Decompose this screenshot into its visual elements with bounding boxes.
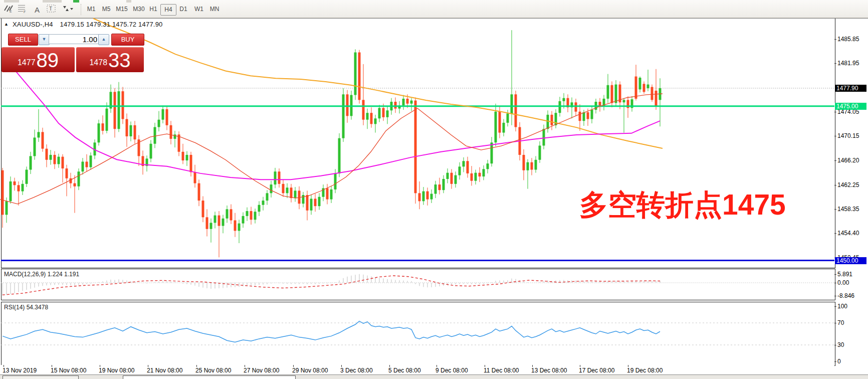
date-label: 25 Nov 08:00	[195, 367, 231, 374]
date-label: 13 Dec 08:00	[531, 367, 567, 374]
timeframe-button-d1[interactable]: D1	[176, 4, 190, 15]
candle-body	[451, 173, 453, 184]
svg-text:F: F	[24, 10, 26, 14]
macd-axis-label: 0.00	[837, 279, 849, 286]
candle-body	[210, 223, 212, 229]
buy-button[interactable]: BUY	[111, 34, 144, 46]
candle-body	[539, 145, 541, 159]
candle-body	[422, 192, 425, 202]
candle-body	[483, 169, 485, 176]
sell-price-big: 89	[37, 50, 59, 70]
candle-body	[258, 205, 261, 212]
rsi-chart[interactable]	[0, 302, 834, 365]
candle-body	[234, 220, 237, 231]
candle-body	[154, 127, 156, 144]
expert-candles-icon[interactable]: E	[3, 4, 15, 15]
candle-body	[58, 157, 60, 164]
timeframe-button-m1[interactable]: M1	[84, 4, 98, 15]
candle-body	[503, 123, 505, 133]
price-tick-label-tick	[834, 112, 836, 112]
candle-body	[430, 194, 433, 200]
macd-chart[interactable]	[0, 269, 834, 299]
candle-body	[34, 137, 36, 156]
candle-body	[635, 77, 637, 99]
cropped-toolbar-item	[43, 0, 62, 3]
text-box-icon[interactable]: T	[46, 4, 58, 15]
cropped-toolbar-item	[4, 0, 19, 3]
candle-body	[330, 189, 333, 200]
price-tick-label-tick	[834, 209, 836, 210]
price-tick-label: 1485.85	[837, 36, 859, 43]
candle-body	[531, 162, 533, 170]
candle-body	[655, 91, 658, 107]
candle-body	[366, 113, 369, 120]
candle-body	[182, 152, 184, 160]
date-label: 21 Nov 08:00	[147, 367, 182, 374]
date-label: 29 Nov 08:00	[292, 367, 328, 374]
date-label: 19 Dec 08:00	[627, 367, 663, 374]
candle-body	[354, 52, 357, 95]
rsi-axis-label: 100	[837, 303, 847, 310]
candle-body	[46, 149, 48, 160]
sell-button[interactable]: SELL	[8, 34, 38, 46]
price-tick-label-tick	[834, 233, 836, 234]
sell-price-panel[interactable]: 1477 89	[2, 47, 75, 72]
candle-body	[495, 112, 497, 143]
candle-body	[579, 112, 581, 121]
text-label-icon[interactable]: A	[32, 4, 43, 15]
candle-body	[230, 209, 233, 220]
arrange-arrows-icon[interactable]	[61, 4, 76, 15]
timeframe-button-m15[interactable]: M15	[114, 4, 130, 15]
date-label: 27 Nov 08:00	[244, 367, 279, 374]
candle-body	[535, 160, 537, 170]
volume-decrease-button[interactable]: ▼	[39, 34, 50, 45]
candle-body	[98, 123, 100, 142]
cropped-bottom-panel	[0, 374, 868, 379]
timeframe-button-h4[interactable]: H4	[160, 4, 176, 16]
rsi-axis-label-tick	[834, 345, 836, 345]
timeframe-button-w1[interactable]: W1	[192, 4, 206, 15]
candle-body	[198, 183, 200, 201]
timeframe-button-mn[interactable]: MN	[207, 4, 222, 15]
date-label: 11 Dec 08:00	[484, 367, 519, 374]
volume-input[interactable]	[49, 34, 100, 44]
candle-body	[426, 192, 429, 200]
buy-price-panel[interactable]: 1478 33	[76, 47, 144, 72]
candle-body	[559, 101, 561, 113]
candle-body	[487, 163, 489, 169]
timeframe-button-m5[interactable]: M5	[100, 4, 113, 15]
candle-body	[278, 171, 281, 184]
candle-body	[302, 195, 305, 204]
candle-body	[382, 108, 385, 117]
collapse-panel-icon[interactable]: ▲	[4, 22, 9, 27]
volume-increase-button[interactable]: ▲	[98, 34, 109, 45]
macd-axis-label-tick	[834, 274, 836, 275]
timeframe-button-h1[interactable]: H1	[147, 4, 160, 15]
candle-body	[439, 184, 441, 190]
candle-body	[294, 191, 297, 198]
ma-mid-line	[3, 58, 660, 180]
candle-body	[334, 173, 337, 189]
candle-body	[266, 193, 269, 201]
candle-body	[78, 171, 80, 186]
candle-body	[575, 102, 577, 111]
candle-body	[647, 85, 649, 88]
candle-body	[170, 125, 172, 139]
candle-body	[174, 134, 176, 139]
rsi-axis-label-tick	[834, 306, 836, 307]
candle-body	[362, 100, 365, 119]
candle-body	[410, 101, 413, 104]
rsi-axis-label: 30	[837, 341, 844, 348]
timeframe-button-m30[interactable]: M30	[131, 4, 147, 15]
candle-body	[10, 181, 12, 201]
candle-body	[62, 157, 64, 168]
candle-body	[386, 110, 389, 117]
date-axis[interactable]: 13 Nov 201915 Nov 08:0019 Nov 08:0021 No…	[1, 365, 834, 375]
candle-body	[406, 99, 409, 104]
candle-body	[242, 216, 245, 224]
grid-icon[interactable]: F	[17, 4, 29, 15]
candle-body	[435, 184, 437, 194]
candle-body	[374, 118, 377, 124]
candle-body	[463, 161, 465, 166]
rsi-axis-label: 70	[837, 319, 844, 326]
